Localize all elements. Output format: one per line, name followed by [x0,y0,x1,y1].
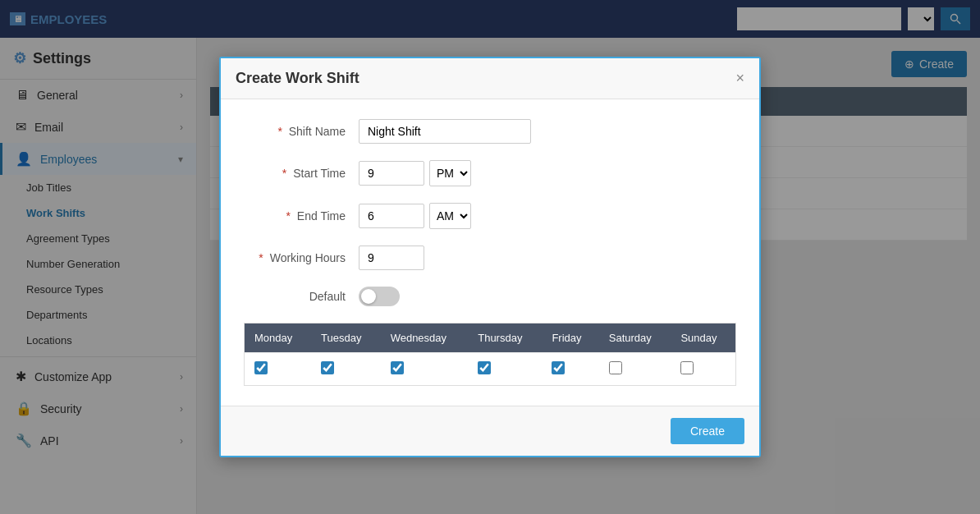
modal-body: * Shift Name * Start Time AM PM [221,99,759,406]
modal-overlay: Create Work Shift × * Shift Name * Start… [0,0,980,514]
end-time-input[interactable] [359,204,424,228]
day-checkbox-thursday[interactable] [478,361,491,374]
modal-close-button[interactable]: × [735,70,744,87]
day-checkbox-friday[interactable] [552,361,565,374]
toggle-thumb [361,289,376,304]
day-cell-sunday [671,353,735,386]
start-time-input[interactable] [359,161,424,186]
day-cell-wednesday [381,353,469,386]
day-col-friday: Friday [542,324,598,353]
required-star-end: * [286,209,291,223]
day-checkbox-saturday[interactable] [609,361,622,374]
end-time-row: * End Time AM PM [244,203,736,229]
default-row: Default [244,287,736,306]
day-col-saturday: Saturday [599,324,671,353]
day-col-thursday: Thursday [468,324,542,353]
shift-name-label: * Shift Name [244,125,359,138]
day-col-sunday: Sunday [671,324,735,353]
day-col-wednesday: Wednesday [381,324,469,353]
start-time-row: * Start Time AM PM [244,160,736,186]
start-time-label: * Start Time [244,167,359,180]
day-table-wrapper: MondayTuesdayWednesdayThursdayFridaySatu… [244,323,736,386]
shift-name-input[interactable] [359,119,531,144]
working-hours-row: * Working Hours [244,246,736,270]
day-col-monday: Monday [245,324,311,353]
modal-footer: Create [221,406,759,456]
start-ampm-select[interactable]: AM PM [429,160,471,186]
required-star-wh: * [259,251,263,264]
day-checkbox-wednesday[interactable] [391,361,404,374]
day-table: MondayTuesdayWednesdayThursdayFridaySatu… [245,324,735,385]
day-cell-monday [245,353,311,386]
required-star: * [277,125,282,138]
day-checkbox-tuesday[interactable] [321,361,334,374]
required-star-start: * [282,167,286,180]
modal-create-button[interactable]: Create [671,418,744,444]
day-col-tuesday: Tuesday [311,324,381,353]
create-work-shift-modal: Create Work Shift × * Shift Name * Start… [219,57,761,457]
day-checkbox-monday[interactable] [254,361,268,374]
day-cell-friday [542,353,598,386]
day-cell-saturday [599,353,671,386]
working-hours-input[interactable] [359,246,424,270]
default-label: Default [244,290,359,303]
shift-name-row: * Shift Name [244,119,736,144]
day-cell-tuesday [311,353,381,386]
end-ampm-select[interactable]: AM PM [429,203,471,229]
modal-title: Create Work Shift [236,70,359,87]
working-hours-label: * Working Hours [244,251,359,264]
day-checkbox-sunday[interactable] [680,361,694,374]
default-toggle[interactable] [359,287,400,306]
modal-header: Create Work Shift × [221,58,759,99]
day-cell-thursday [468,353,542,386]
end-time-label: * End Time [244,209,359,223]
